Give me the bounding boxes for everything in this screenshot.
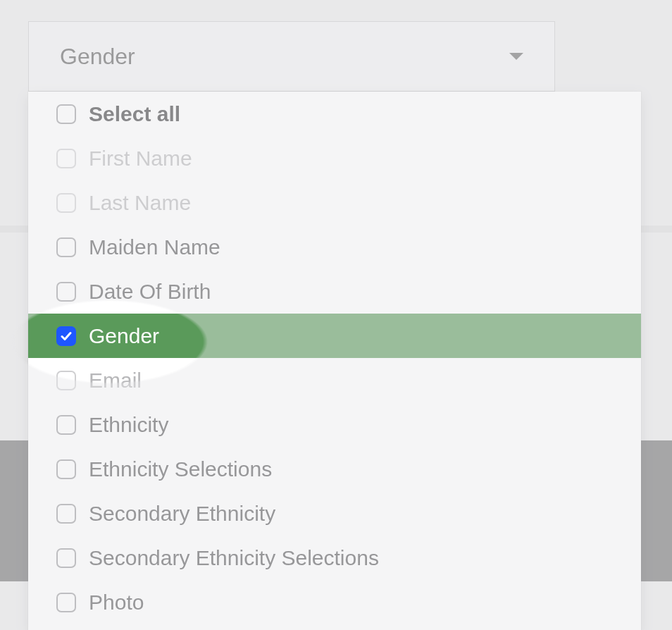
option-label: Photo: [89, 591, 144, 614]
option-secondary-ethnicity-selections[interactable]: Secondary Ethnicity Selections: [28, 536, 641, 580]
option-label: Gender: [89, 324, 159, 348]
option-label: Last Name: [89, 191, 191, 215]
check-icon: [61, 331, 72, 342]
option-secondary-ethnicity[interactable]: Secondary Ethnicity: [28, 491, 641, 536]
option-ethnicity-selections[interactable]: Ethnicity Selections: [28, 447, 641, 491]
checkbox[interactable]: [56, 237, 76, 257]
option-date-of-birth[interactable]: Date Of Birth: [28, 269, 641, 314]
select-trigger[interactable]: Gender: [28, 21, 555, 92]
option-label: Maiden Name: [89, 235, 220, 259]
option-photo[interactable]: Photo: [28, 580, 641, 624]
checkbox[interactable]: [56, 593, 76, 612]
option-ethnicity[interactable]: Ethnicity: [28, 402, 641, 447]
option-label: Email: [89, 369, 142, 393]
option-last-name: Last Name: [28, 180, 641, 225]
checkbox[interactable]: [56, 459, 76, 479]
option-label: Select all: [89, 102, 180, 126]
option-label: Secondary Ethnicity Selections: [89, 546, 379, 570]
checkbox[interactable]: [56, 104, 76, 124]
checkbox: [56, 371, 76, 390]
option-label: First Name: [89, 147, 192, 171]
checkbox: [56, 149, 76, 168]
select-value: Gender: [60, 44, 135, 70]
option-email: Email: [28, 358, 641, 402]
option-label: Secondary Ethnicity: [89, 502, 275, 526]
option-label: Ethnicity: [89, 413, 168, 437]
checkbox[interactable]: [56, 326, 76, 346]
field-select[interactable]: Gender: [28, 21, 555, 92]
checkbox: [56, 193, 76, 213]
option-select-all[interactable]: Select all: [28, 92, 641, 136]
chevron-down-icon: [509, 53, 523, 60]
option-first-name: First Name: [28, 136, 641, 180]
select-dropdown[interactable]: Select allFirst NameLast NameMaiden Name…: [28, 92, 641, 630]
option-label: Date Of Birth: [89, 280, 211, 304]
checkbox[interactable]: [56, 548, 76, 568]
option-gender[interactable]: Gender: [28, 314, 641, 358]
checkbox[interactable]: [56, 282, 76, 302]
option-maiden-name[interactable]: Maiden Name: [28, 225, 641, 269]
checkbox[interactable]: [56, 415, 76, 435]
checkbox[interactable]: [56, 504, 76, 524]
option-label: Ethnicity Selections: [89, 457, 272, 481]
